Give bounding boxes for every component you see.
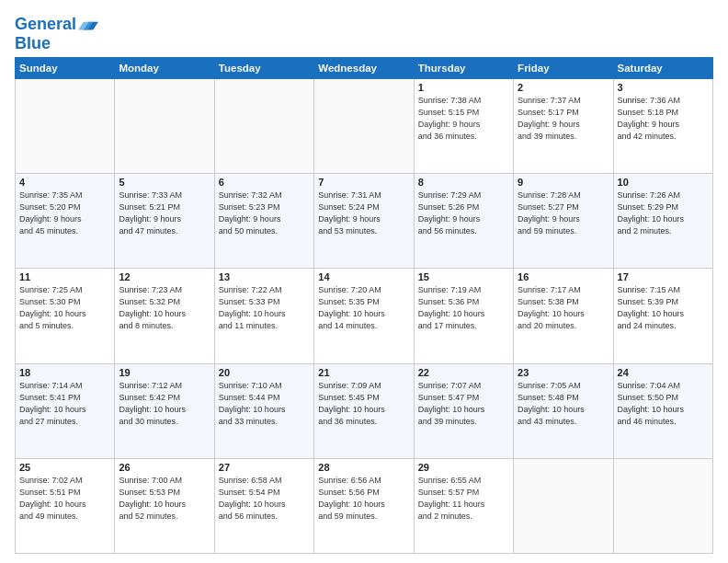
day-info: Sunrise: 7:05 AM Sunset: 5:48 PM Dayligh… bbox=[518, 380, 609, 428]
day-number: 3 bbox=[618, 82, 709, 93]
day-info: Sunrise: 7:35 AM Sunset: 5:20 PM Dayligh… bbox=[19, 190, 110, 237]
logo: General Blue bbox=[15, 15, 98, 53]
day-info: Sunrise: 7:38 AM Sunset: 5:15 PM Dayligh… bbox=[418, 95, 509, 143]
calendar-cell: 13Sunrise: 7:22 AM Sunset: 5:33 PM Dayli… bbox=[214, 269, 313, 363]
day-number: 21 bbox=[318, 367, 409, 378]
col-header-thursday: Thursday bbox=[414, 57, 513, 78]
day-number: 7 bbox=[318, 177, 409, 188]
calendar-cell: 11Sunrise: 7:25 AM Sunset: 5:30 PM Dayli… bbox=[16, 269, 115, 363]
day-number: 20 bbox=[219, 367, 310, 378]
day-info: Sunrise: 7:29 AM Sunset: 5:26 PM Dayligh… bbox=[418, 190, 509, 237]
day-info: Sunrise: 7:25 AM Sunset: 5:30 PM Dayligh… bbox=[19, 284, 110, 332]
day-number: 13 bbox=[219, 271, 310, 282]
calendar-cell: 4Sunrise: 7:35 AM Sunset: 5:20 PM Daylig… bbox=[16, 174, 115, 269]
header: General Blue bbox=[15, 11, 713, 53]
day-info: Sunrise: 7:36 AM Sunset: 5:18 PM Dayligh… bbox=[618, 95, 709, 143]
day-info: Sunrise: 6:58 AM Sunset: 5:54 PM Dayligh… bbox=[219, 475, 310, 523]
calendar-cell bbox=[214, 78, 313, 173]
calendar: SundayMondayTuesdayWednesdayThursdayFrid… bbox=[15, 57, 713, 554]
calendar-cell: 8Sunrise: 7:29 AM Sunset: 5:26 PM Daylig… bbox=[414, 174, 513, 269]
calendar-cell: 27Sunrise: 6:58 AM Sunset: 5:54 PM Dayli… bbox=[214, 458, 313, 553]
day-number: 16 bbox=[518, 271, 609, 282]
calendar-cell: 29Sunrise: 6:55 AM Sunset: 5:57 PM Dayli… bbox=[414, 458, 513, 553]
day-number: 5 bbox=[119, 177, 210, 188]
calendar-cell: 14Sunrise: 7:20 AM Sunset: 5:35 PM Dayli… bbox=[314, 269, 414, 363]
calendar-cell: 16Sunrise: 7:17 AM Sunset: 5:38 PM Dayli… bbox=[514, 269, 613, 363]
col-header-wednesday: Wednesday bbox=[314, 57, 414, 78]
day-info: Sunrise: 7:32 AM Sunset: 5:23 PM Dayligh… bbox=[219, 190, 310, 237]
day-number: 17 bbox=[618, 271, 709, 282]
day-info: Sunrise: 7:19 AM Sunset: 5:36 PM Dayligh… bbox=[418, 284, 509, 332]
calendar-cell: 28Sunrise: 6:56 AM Sunset: 5:56 PM Dayli… bbox=[314, 458, 414, 553]
calendar-cell: 7Sunrise: 7:31 AM Sunset: 5:24 PM Daylig… bbox=[314, 174, 414, 269]
logo-text: General bbox=[15, 16, 76, 34]
calendar-week-5: 25Sunrise: 7:02 AM Sunset: 5:51 PM Dayli… bbox=[16, 458, 713, 553]
calendar-header-row: SundayMondayTuesdayWednesdayThursdayFrid… bbox=[16, 57, 713, 78]
calendar-cell: 2Sunrise: 7:37 AM Sunset: 5:17 PM Daylig… bbox=[514, 78, 613, 173]
day-info: Sunrise: 7:07 AM Sunset: 5:47 PM Dayligh… bbox=[418, 380, 509, 428]
calendar-week-4: 18Sunrise: 7:14 AM Sunset: 5:41 PM Dayli… bbox=[16, 363, 713, 458]
day-info: Sunrise: 7:09 AM Sunset: 5:45 PM Dayligh… bbox=[318, 380, 409, 428]
logo-blue: Blue bbox=[15, 35, 98, 53]
calendar-cell bbox=[514, 458, 613, 553]
calendar-cell: 26Sunrise: 7:00 AM Sunset: 5:53 PM Dayli… bbox=[115, 458, 214, 553]
day-number: 2 bbox=[518, 82, 609, 93]
calendar-cell: 24Sunrise: 7:04 AM Sunset: 5:50 PM Dayli… bbox=[613, 363, 712, 458]
day-number: 29 bbox=[418, 462, 509, 473]
calendar-cell: 10Sunrise: 7:26 AM Sunset: 5:29 PM Dayli… bbox=[613, 174, 712, 269]
day-info: Sunrise: 7:15 AM Sunset: 5:39 PM Dayligh… bbox=[618, 284, 709, 332]
day-number: 27 bbox=[219, 462, 310, 473]
day-info: Sunrise: 7:00 AM Sunset: 5:53 PM Dayligh… bbox=[119, 475, 210, 523]
col-header-tuesday: Tuesday bbox=[214, 57, 313, 78]
day-info: Sunrise: 6:56 AM Sunset: 5:56 PM Dayligh… bbox=[318, 475, 409, 523]
day-number: 28 bbox=[318, 462, 409, 473]
calendar-cell bbox=[613, 458, 712, 553]
calendar-cell: 3Sunrise: 7:36 AM Sunset: 5:18 PM Daylig… bbox=[613, 78, 712, 173]
calendar-cell bbox=[16, 78, 115, 173]
day-info: Sunrise: 7:37 AM Sunset: 5:17 PM Dayligh… bbox=[518, 95, 609, 143]
col-header-monday: Monday bbox=[115, 57, 214, 78]
day-info: Sunrise: 7:20 AM Sunset: 5:35 PM Dayligh… bbox=[318, 284, 409, 332]
day-info: Sunrise: 7:04 AM Sunset: 5:50 PM Dayligh… bbox=[618, 380, 709, 428]
day-info: Sunrise: 7:17 AM Sunset: 5:38 PM Dayligh… bbox=[518, 284, 609, 332]
day-number: 6 bbox=[219, 177, 310, 188]
calendar-cell: 6Sunrise: 7:32 AM Sunset: 5:23 PM Daylig… bbox=[214, 174, 313, 269]
day-number: 15 bbox=[418, 271, 509, 282]
day-info: Sunrise: 7:02 AM Sunset: 5:51 PM Dayligh… bbox=[19, 475, 110, 523]
day-info: Sunrise: 7:33 AM Sunset: 5:21 PM Dayligh… bbox=[119, 190, 210, 237]
calendar-cell: 15Sunrise: 7:19 AM Sunset: 5:36 PM Dayli… bbox=[414, 269, 513, 363]
day-number: 18 bbox=[19, 367, 110, 378]
day-info: Sunrise: 7:23 AM Sunset: 5:32 PM Dayligh… bbox=[119, 284, 210, 332]
page: General Blue SundayMondayTuesdayWednesda… bbox=[0, 0, 728, 563]
day-info: Sunrise: 7:31 AM Sunset: 5:24 PM Dayligh… bbox=[318, 190, 409, 237]
logo-icon bbox=[78, 15, 98, 35]
day-info: Sunrise: 6:55 AM Sunset: 5:57 PM Dayligh… bbox=[418, 475, 509, 523]
day-info: Sunrise: 7:26 AM Sunset: 5:29 PM Dayligh… bbox=[618, 190, 709, 237]
calendar-week-1: 1Sunrise: 7:38 AM Sunset: 5:15 PM Daylig… bbox=[16, 78, 713, 173]
day-number: 14 bbox=[318, 271, 409, 282]
day-number: 23 bbox=[518, 367, 609, 378]
calendar-cell: 1Sunrise: 7:38 AM Sunset: 5:15 PM Daylig… bbox=[414, 78, 513, 173]
day-number: 8 bbox=[418, 177, 509, 188]
calendar-cell: 25Sunrise: 7:02 AM Sunset: 5:51 PM Dayli… bbox=[16, 458, 115, 553]
col-header-sunday: Sunday bbox=[16, 57, 115, 78]
day-info: Sunrise: 7:12 AM Sunset: 5:42 PM Dayligh… bbox=[119, 380, 210, 428]
day-number: 26 bbox=[119, 462, 210, 473]
day-number: 11 bbox=[19, 271, 110, 282]
col-header-friday: Friday bbox=[514, 57, 613, 78]
calendar-cell bbox=[115, 78, 214, 173]
day-number: 12 bbox=[119, 271, 210, 282]
calendar-cell: 17Sunrise: 7:15 AM Sunset: 5:39 PM Dayli… bbox=[613, 269, 712, 363]
calendar-cell: 22Sunrise: 7:07 AM Sunset: 5:47 PM Dayli… bbox=[414, 363, 513, 458]
day-number: 24 bbox=[618, 367, 709, 378]
day-number: 10 bbox=[618, 177, 709, 188]
day-info: Sunrise: 7:28 AM Sunset: 5:27 PM Dayligh… bbox=[518, 190, 609, 237]
calendar-cell: 20Sunrise: 7:10 AM Sunset: 5:44 PM Dayli… bbox=[214, 363, 313, 458]
day-number: 1 bbox=[418, 82, 509, 93]
day-number: 25 bbox=[19, 462, 110, 473]
calendar-cell: 23Sunrise: 7:05 AM Sunset: 5:48 PM Dayli… bbox=[514, 363, 613, 458]
day-info: Sunrise: 7:14 AM Sunset: 5:41 PM Dayligh… bbox=[19, 380, 110, 428]
calendar-cell: 12Sunrise: 7:23 AM Sunset: 5:32 PM Dayli… bbox=[115, 269, 214, 363]
calendar-cell: 9Sunrise: 7:28 AM Sunset: 5:27 PM Daylig… bbox=[514, 174, 613, 269]
calendar-week-2: 4Sunrise: 7:35 AM Sunset: 5:20 PM Daylig… bbox=[16, 174, 713, 269]
